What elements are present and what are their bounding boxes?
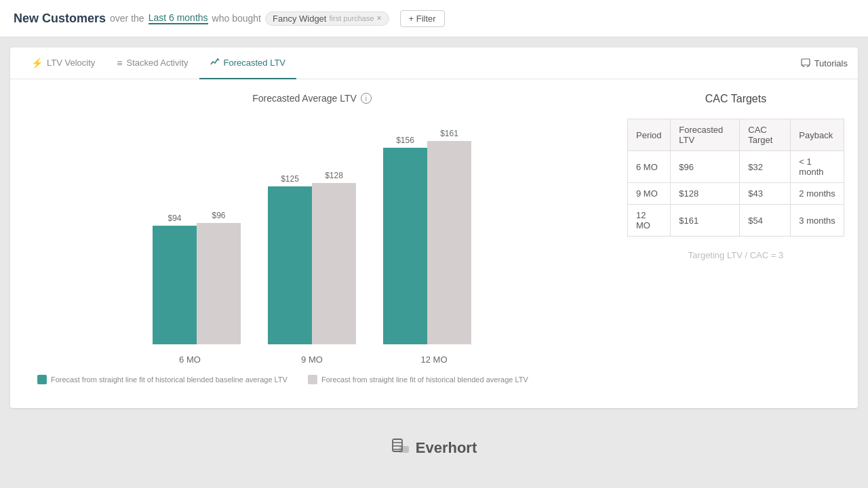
targeting-text: Targeting LTV / CAC = 3 [627,250,844,260]
header-bar: New Customers over the Last 6 months who… [0,0,868,37]
svg-rect-0 [802,59,810,65]
cac-row-12mo-ltv: $161 [671,205,740,237]
cac-row-12mo-payback: 3 months [791,205,844,237]
tab-ltv-velocity[interactable]: ⚡ LTV Velocity [20,48,106,79]
bar-12mo-gray [427,141,471,344]
ltv-velocity-icon: ⚡ [31,58,43,68]
table-row: 9 MO $128 $43 2 months [628,183,844,205]
cac-row-9mo-payback: 2 months [791,183,844,205]
tabs-left: ⚡ LTV Velocity ≡ Stacked Activity Foreca… [20,47,296,79]
legend-item-teal: Forecast from straight line fit of histo… [37,375,288,384]
cac-title: CAC Targets [627,93,844,105]
product-name: Fancy Widget [273,14,326,24]
bar-wrapper-12mo-teal: $156 [383,136,427,344]
bar-labels: 6 MO 9 MO 12 MO [24,354,600,365]
legend-dot-teal [37,375,47,384]
bar-value-6mo-teal: $94 [167,214,181,223]
brand-icon [391,436,410,460]
bar-6mo-teal [153,226,197,344]
cac-row-6mo-cac: $32 [740,151,791,183]
forecasted-ltv-icon [210,57,220,68]
cac-row-9mo-cac: $43 [740,183,791,205]
cac-row-6mo-period: 6 MO [628,151,671,183]
svg-rect-7 [399,446,409,453]
bar-group-6mo: $94 $96 [153,211,241,344]
bar-value-12mo-gray: $161 [440,129,458,138]
main-card: ⚡ LTV Velocity ≡ Stacked Activity Foreca… [10,47,858,408]
tab-forecasted-ltv[interactable]: Forecasted LTV [199,47,297,79]
legend-dot-gray [308,375,317,384]
who-bought-text: who bought [212,13,261,24]
bar-wrapper-12mo-gray: $161 [427,129,471,344]
chart-left: Forecasted Average LTV i $94 $96 [24,93,600,394]
bar-wrapper-9mo-gray: $128 [312,171,356,344]
bar-wrapper-9mo-teal: $125 [268,174,312,344]
legend-label-teal: Forecast from straight line fit of histo… [51,375,288,384]
footer: Everhort [0,408,868,488]
table-row: 6 MO $96 $32 < 1 month [628,151,844,183]
cac-targets-panel: CAC Targets Period Forecasted LTV CAC Ta… [627,93,844,394]
stacked-activity-icon: ≡ [117,58,122,68]
legend-label-gray: Forecast from straight line fit of histo… [321,375,528,384]
close-icon[interactable]: × [377,14,382,23]
period-link[interactable]: Last 6 months [149,12,208,24]
cac-row-12mo-cac: $54 [740,205,791,237]
brand-name: Everhort [416,439,477,457]
table-row: 12 MO $161 $54 3 months [628,205,844,237]
cac-row-6mo-payback: < 1 month [791,151,844,183]
bar-value-9mo-teal: $125 [281,174,299,184]
cac-row-9mo-period: 9 MO [628,183,671,205]
bar-value-9mo-gray: $128 [325,171,343,180]
info-icon[interactable]: i [361,93,372,104]
over-the-text: over the [110,13,144,24]
tutorials-button[interactable]: Tutorials [801,58,848,69]
filter-button[interactable]: + Filter [400,10,445,27]
bar-group-9mo: $125 $128 [268,171,356,344]
page-title: New Customers [14,12,106,26]
cac-col-forecasted-ltv: Forecasted LTV [671,119,740,151]
cac-col-period: Period [628,119,671,151]
cac-col-cac-target: CAC Target [740,119,791,151]
tab-stacked-activity-label: Stacked Activity [126,58,188,68]
product-badge: Fancy Widget first purchase × [265,12,389,26]
cac-row-9mo-ltv: $128 [671,183,740,205]
bar-value-6mo-gray: $96 [212,211,225,220]
bars-container: $94 $96 $125 $128 [24,117,600,348]
bar-wrapper-6mo-gray: $96 [197,211,241,344]
bar-label-12mo: 12 MO [387,354,481,365]
tutorials-label: Tutorials [814,58,848,68]
tab-forecasted-ltv-label: Forecasted LTV [224,58,286,68]
legend-item-gray: Forecast from straight line fit of histo… [308,375,528,384]
bar-9mo-teal [268,186,312,344]
tab-stacked-activity[interactable]: ≡ Stacked Activity [106,48,199,79]
bar-wrapper-6mo-teal: $94 [153,214,197,344]
cac-col-payback: Payback [791,119,844,151]
chart-title: Forecasted Average LTV i [24,93,600,104]
cac-table: Period Forecasted LTV CAC Target Payback… [627,119,844,237]
chart-area: Forecasted Average LTV i $94 $96 [10,79,858,408]
bar-label-6mo: 6 MO [142,354,237,365]
chart-legend: Forecast from straight line fit of histo… [24,365,600,394]
bar-6mo-gray [197,223,241,344]
bar-value-12mo-teal: $156 [396,136,414,145]
brand-logo: Everhort [391,436,477,460]
tabs-bar: ⚡ LTV Velocity ≡ Stacked Activity Foreca… [10,47,858,79]
product-sub-badge: first purchase [329,14,374,22]
bar-9mo-gray [312,183,356,344]
tab-ltv-velocity-label: LTV Velocity [47,58,95,68]
bar-12mo-teal [383,148,427,344]
bar-label-9mo: 9 MO [264,354,359,365]
cac-row-12mo-period: 12 MO [628,205,671,237]
cac-row-6mo-ltv: $96 [671,151,740,183]
tutorials-icon [801,58,810,69]
bar-group-12mo: $156 $161 [383,129,471,344]
